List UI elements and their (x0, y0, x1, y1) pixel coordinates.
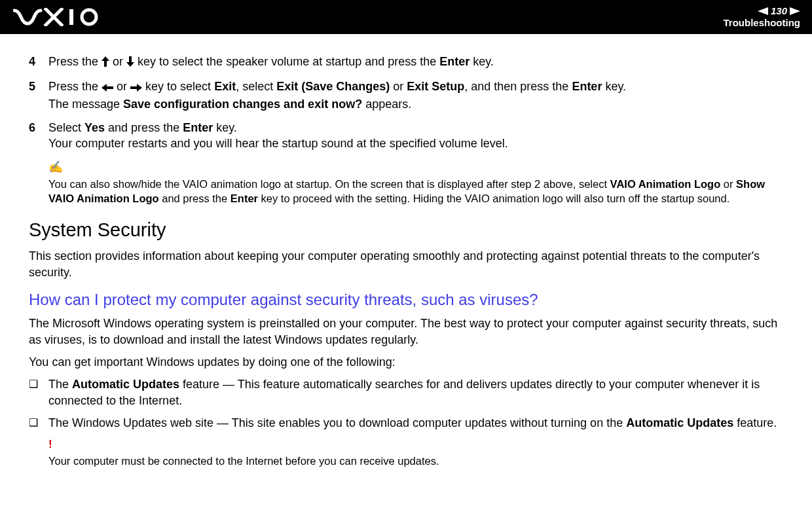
svg-point-1 (82, 10, 96, 24)
text: The Windows Updates web site — This site… (48, 416, 626, 429)
text-bold: Enter (183, 121, 213, 134)
text: key to proceed with the setting. Hiding … (258, 192, 729, 204)
arrow-left-icon (101, 80, 113, 96)
text: appears. (362, 98, 411, 111)
bullet-item: ❑ The Automatic Updates feature — This f… (29, 376, 783, 408)
text: You can also show/hide the VAIO animatio… (48, 178, 610, 190)
text: or (113, 80, 130, 93)
bullet-body: The Automatic Updates feature — This fea… (48, 376, 783, 408)
note-text: You can also show/hide the VAIO animatio… (48, 177, 783, 206)
text: key. (602, 80, 626, 93)
text: Press the (48, 80, 101, 93)
arrow-right-icon (130, 80, 142, 96)
text-bold: Exit (Save Changes) (276, 80, 390, 93)
section-intro: This section provides information about … (29, 248, 783, 280)
bullet-mark-icon: ❑ (29, 415, 48, 431)
text: The message (48, 98, 123, 111)
vaio-logo (13, 8, 111, 26)
step-body: Press the or key to select Exit, select … (48, 79, 783, 112)
text: or (109, 55, 126, 68)
text-bold: Automatic Updates (72, 378, 179, 391)
step-body: Press the or key to select the speaker v… (48, 54, 783, 71)
step-body: Select Yes and press the Enter key. Your… (48, 120, 783, 152)
page-content: 4 Press the or key to select the speaker… (0, 34, 812, 468)
svg-marker-2 (758, 7, 768, 15)
bullet-item: ❑ The Windows Updates web site — This si… (29, 415, 783, 431)
text-bold: Exit Setup (407, 80, 464, 93)
answer-paragraph: The Microsoft Windows operating system i… (29, 316, 783, 348)
step-number: 4 (29, 54, 48, 71)
svg-marker-3 (790, 7, 800, 15)
text: key. (470, 55, 494, 68)
text: feature. (733, 416, 777, 429)
text: The (48, 378, 72, 391)
text: or (720, 178, 736, 190)
svg-marker-7 (130, 84, 142, 92)
header-section-label: Troubleshooting (724, 18, 801, 29)
step-4: 4 Press the or key to select the speaker… (29, 54, 783, 71)
step-number: 6 (29, 120, 48, 152)
text: Select (48, 121, 84, 134)
text: or (390, 80, 407, 93)
page-header: 130 Troubleshooting (0, 0, 812, 34)
warning-icon: ! (48, 437, 783, 452)
text-bold: Enter (572, 80, 602, 93)
nav-prev-icon[interactable] (758, 7, 768, 15)
arrow-down-icon (126, 55, 134, 71)
text: key. (213, 121, 237, 134)
bullet-body: The Windows Updates web site — This site… (48, 415, 783, 431)
header-right: 130 Troubleshooting (724, 6, 805, 29)
arrow-up-icon (101, 55, 109, 71)
text-bold: Enter (231, 192, 258, 204)
note-block: ✍ You can also show/hide the VAIO animat… (48, 159, 783, 206)
text: Your computer restarts and you will hear… (48, 137, 508, 150)
text-bold: VAIO Animation Logo (610, 178, 721, 190)
svg-marker-4 (101, 56, 109, 67)
step-number: 5 (29, 79, 48, 112)
svg-marker-6 (101, 84, 113, 92)
section-heading: System Security (29, 217, 783, 243)
warning-text: Your computer must be connected to the I… (48, 454, 783, 468)
text: , select (236, 80, 276, 93)
text-bold: Save configuration changes and exit now? (123, 98, 362, 111)
note-icon: ✍ (48, 159, 783, 175)
text-bold: Exit (214, 80, 236, 93)
text-bold: Yes (84, 121, 105, 134)
answer-paragraph: You can get important Windows updates by… (29, 354, 783, 370)
text: and press the (159, 192, 231, 204)
warning-block: ! Your computer must be connected to the… (48, 437, 783, 468)
svg-marker-5 (126, 56, 134, 67)
nav-next-icon[interactable] (790, 7, 800, 15)
text-bold: Automatic Updates (626, 416, 733, 429)
bullet-mark-icon: ❑ (29, 376, 48, 408)
text-bold: Enter (439, 55, 470, 68)
text: key to select the speaker volume at star… (134, 55, 439, 68)
text: Press the (48, 55, 101, 68)
text: key to select (142, 80, 214, 93)
question-heading: How can I protect my computer against se… (29, 289, 783, 310)
svg-rect-0 (69, 9, 73, 25)
text: , and then press the (464, 80, 572, 93)
page-number: 130 (771, 6, 787, 17)
step-5: 5 Press the or key to select Exit, selec… (29, 79, 783, 112)
text: and press the (105, 121, 183, 134)
step-6: 6 Select Yes and press the Enter key. Yo… (29, 120, 783, 152)
